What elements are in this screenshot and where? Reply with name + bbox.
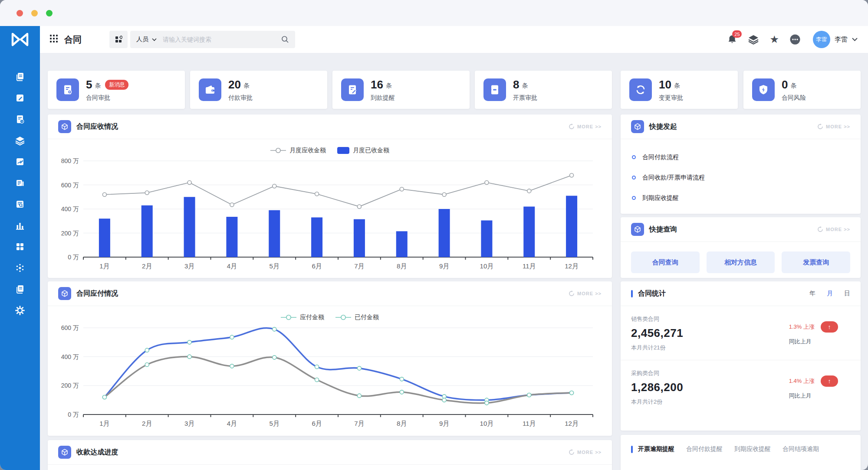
payable-chart: 0 万200 万400 万600 万1月2月3月4月5月6月7月8月9月10月1…	[58, 323, 602, 430]
minimize-window-button[interactable]	[31, 10, 38, 16]
cube-icon	[58, 120, 71, 133]
stat-unit: 条	[790, 82, 796, 90]
quick-start-item[interactable]: 合同付款流程	[632, 147, 849, 167]
stat-label: 变更审批	[659, 94, 683, 102]
avatar[interactable]: 李雷	[813, 31, 830, 48]
header-actions: 25 ★ 李雷 李雷	[717, 31, 868, 48]
svg-text:6月: 6月	[312, 262, 322, 270]
refresh-icon	[817, 226, 823, 232]
layers-icon[interactable]	[14, 135, 26, 146]
invoice-query-button[interactable]: 发票查询	[782, 251, 850, 273]
sales-contract-stat: 销售类合同 2,456,271 本月共计21份 1.3% 上涨 ↑ 同比上月	[621, 306, 861, 360]
quick-start-item[interactable]: 合同收款/开票申请流程	[632, 167, 849, 188]
stat-card-contract-approval[interactable]: 5 条 新消息 合同审批	[48, 71, 185, 109]
stat-card-payment-approval[interactable]: 20 条 付款审批	[190, 71, 327, 109]
overdue-tabs: 开票逾期提醒 合同付款提醒 到期应收提醒 合同结项逾期	[621, 435, 861, 463]
receivable-chart: 0 万200 万400 万600 万800 万1月2月3月4月5月6月7月8月9…	[58, 156, 602, 273]
hub-icon[interactable]	[14, 262, 26, 274]
chevron-down-icon[interactable]	[152, 38, 157, 41]
counterparty-info-button[interactable]: 相对方信息	[707, 251, 775, 273]
legend-payable-line[interactable]: 应付金额	[281, 313, 324, 321]
user-menu-chevron-icon[interactable]	[852, 38, 858, 41]
tab-day[interactable]: 日	[844, 290, 850, 297]
news-doc-icon[interactable]	[14, 177, 26, 189]
app-logo[interactable]	[0, 26, 40, 53]
favorites-button[interactable]: ★	[769, 34, 779, 45]
main-content: 5 条 新消息 合同审批 20 条 付款审批	[40, 53, 868, 470]
stat-card-invoice-approval[interactable]: 8 条 开票审批	[475, 71, 612, 109]
change-percent: 1.4% 上涨	[789, 377, 815, 385]
apps-grid-icon[interactable]	[14, 241, 26, 252]
copy-doc-icon[interactable]	[14, 284, 26, 295]
search-category-dropdown[interactable]: 人员	[136, 36, 148, 43]
close-window-button[interactable]	[16, 10, 23, 16]
svg-text:2月: 2月	[142, 262, 152, 270]
svg-text:6月: 6月	[312, 420, 322, 427]
receivable-more-button[interactable]: MORE >>	[569, 124, 602, 130]
stat-unit: 条	[386, 82, 392, 90]
doc-search-icon[interactable]	[14, 199, 26, 210]
gear-icon[interactable]	[14, 305, 26, 316]
svg-text:12月: 12月	[565, 420, 579, 427]
legend-paid-line[interactable]: 已付金额	[335, 313, 379, 321]
tab-month[interactable]: 月	[827, 290, 833, 297]
ellipsis-icon	[789, 34, 801, 45]
refresh-icon	[569, 449, 575, 455]
line-marker-icon	[270, 147, 286, 153]
svg-text:7月: 7月	[354, 262, 364, 270]
svg-text:400 万: 400 万	[61, 206, 79, 212]
tab-due-receivable[interactable]: 到期应收提醒	[734, 445, 771, 453]
quick-start-item[interactable]: 到期应收提醒	[632, 188, 849, 208]
wallet-icon	[199, 78, 221, 101]
tab-contract-closeout-overdue[interactable]: 合同结项逾期	[783, 445, 819, 453]
search-area: 人员	[109, 31, 295, 48]
more-options-button[interactable]	[789, 34, 801, 45]
payable-more-button[interactable]: MORE >>	[569, 290, 602, 297]
search-icon[interactable]	[281, 36, 289, 43]
stat-card-contract-risk[interactable]: 0 条 合同风险	[743, 71, 861, 109]
svg-text:8月: 8月	[397, 262, 407, 270]
stat-label: 付款审批	[228, 94, 253, 102]
notifications-button[interactable]: 25	[727, 34, 737, 45]
edit-book-icon[interactable]	[14, 92, 26, 104]
stat-label: 到款提醒	[371, 94, 395, 102]
accent-bar	[631, 446, 633, 453]
stat-card-change-approval[interactable]: 10 条 变更审批	[621, 71, 738, 109]
svg-text:2月: 2月	[142, 420, 152, 427]
search-type-switcher[interactable]	[109, 31, 128, 48]
progress-more-button[interactable]: MORE >>	[569, 449, 602, 455]
legend-received-bar[interactable]: 月度已收金额	[337, 147, 389, 154]
notification-count-badge: 25	[732, 30, 742, 38]
svg-text:1月: 1月	[99, 262, 109, 270]
accent-bar	[631, 290, 633, 297]
doc-edit-icon	[341, 78, 364, 101]
svg-text:400 万: 400 万	[61, 353, 79, 360]
svg-text:11月: 11月	[523, 262, 536, 270]
stat-label: 合同风险	[782, 94, 806, 102]
svg-text:0 万: 0 万	[68, 411, 79, 418]
line-marker-icon	[335, 314, 351, 320]
tab-payment-reminder[interactable]: 合同付款提醒	[686, 445, 723, 453]
quick-query-more-button[interactable]: MORE >>	[817, 226, 850, 232]
doc-clock-icon[interactable]	[14, 114, 26, 125]
stat-total: 本月共计21份	[631, 344, 683, 352]
tab-invoice-overdue[interactable]: 开票逾期提醒	[631, 445, 674, 453]
search-input[interactable]	[163, 36, 281, 43]
svg-text:200 万: 200 万	[61, 230, 79, 237]
tab-year[interactable]: 年	[809, 290, 815, 297]
contract-query-button[interactable]: 合同查询	[631, 251, 700, 273]
apps-grid-icon[interactable]	[49, 34, 58, 45]
legend-receivable-line[interactable]: 月度应收金额	[270, 147, 326, 154]
change-percent: 1.3% 上涨	[789, 323, 815, 331]
stat-label: 合同审批	[86, 94, 128, 102]
quick-start-more-button[interactable]: MORE >>	[817, 124, 850, 130]
documents-icon[interactable]	[14, 71, 26, 82]
stat-card-receipt-reminder[interactable]: 16 条 到款提醒	[332, 71, 470, 109]
stat-count: 8	[513, 78, 519, 91]
bar-chart-icon[interactable]	[14, 220, 26, 231]
svg-text:10月: 10月	[480, 262, 494, 270]
maximize-window-button[interactable]	[46, 10, 53, 16]
stacks-button[interactable]	[748, 34, 759, 45]
signature-icon[interactable]	[14, 156, 26, 167]
cube-icon	[58, 287, 71, 300]
